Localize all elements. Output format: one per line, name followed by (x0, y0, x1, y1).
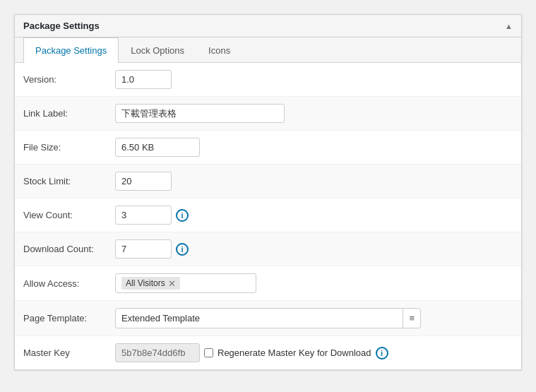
download-count-input[interactable] (115, 239, 172, 259)
all-visitors-tag: All Visitors ✕ (121, 277, 180, 290)
page-template-field: Extended Template ≡ (115, 308, 513, 328)
tag-text: All Visitors (126, 278, 165, 288)
file-size-field (115, 138, 513, 157)
allow-access-row: Allow Access: All Visitors ✕ (15, 266, 521, 301)
master-key-row: Master Key Regenerate Master Key for Dow… (15, 336, 521, 369)
master-key-info-icon[interactable]: i (376, 347, 388, 360)
regenerate-checkbox[interactable] (204, 348, 213, 357)
view-count-row: View Count: i (15, 198, 521, 232)
page-template-row: Page Template: Extended Template ≡ (15, 301, 521, 336)
tag-remove-icon[interactable]: ✕ (168, 279, 176, 288)
file-size-input[interactable] (115, 138, 200, 157)
stock-limit-input[interactable] (115, 172, 172, 191)
page-template-select[interactable]: Extended Template ≡ (115, 308, 421, 328)
link-label-field (115, 104, 513, 123)
tab-package-settings[interactable]: Package Settings (23, 37, 119, 63)
tab-lock-options[interactable]: Lock Options (119, 37, 196, 63)
master-key-field: Regenerate Master Key for Download i (115, 343, 513, 362)
allow-access-label: Allow Access: (23, 278, 115, 289)
panel-toggle-button[interactable]: ▲ (505, 22, 513, 30)
version-field (115, 70, 513, 89)
view-count-field: i (115, 206, 513, 225)
file-size-row: File Size: (15, 131, 521, 165)
download-count-info-icon[interactable]: i (176, 243, 189, 256)
link-label-input[interactable] (115, 104, 285, 123)
view-count-label: View Count: (23, 210, 115, 220)
regenerate-label-text: Regenerate Master Key for Download (218, 348, 371, 358)
stock-limit-field (115, 172, 513, 191)
view-count-info-icon[interactable]: i (176, 209, 189, 222)
download-count-field: i (115, 239, 513, 259)
stock-limit-label: Stock Limit: (23, 176, 115, 186)
allow-access-tag-container[interactable]: All Visitors ✕ (115, 273, 256, 293)
master-key-input (115, 343, 200, 362)
regenerate-checkbox-label[interactable]: Regenerate Master Key for Download (204, 348, 371, 358)
tab-icons[interactable]: Icons (196, 37, 242, 63)
stock-limit-row: Stock Limit: (15, 165, 521, 198)
version-input[interactable] (115, 70, 172, 89)
link-label-row: Link Label: (15, 97, 521, 131)
page-template-value: Extended Template (116, 309, 403, 328)
package-settings-panel: Package Settings ▲ Package Settings Lock… (14, 14, 522, 370)
master-key-label: Master Key (23, 348, 115, 358)
download-count-label: Download Count: (23, 244, 115, 254)
view-count-input[interactable] (115, 206, 172, 225)
panel-title: Package Settings (23, 20, 100, 31)
form-body: Version: Link Label: File Size: Stock Li… (15, 63, 521, 369)
page-template-menu-icon[interactable]: ≡ (403, 309, 420, 328)
panel-header: Package Settings ▲ (15, 15, 521, 37)
version-row: Version: (15, 63, 521, 97)
download-count-row: Download Count: i (15, 232, 521, 266)
allow-access-field: All Visitors ✕ (115, 273, 513, 293)
page-template-label: Page Template: (23, 313, 115, 323)
tabs-container: Package Settings Lock Options Icons (15, 37, 521, 63)
file-size-label: File Size: (23, 142, 115, 153)
version-label: Version: (23, 74, 115, 85)
link-label-label: Link Label: (23, 108, 115, 119)
